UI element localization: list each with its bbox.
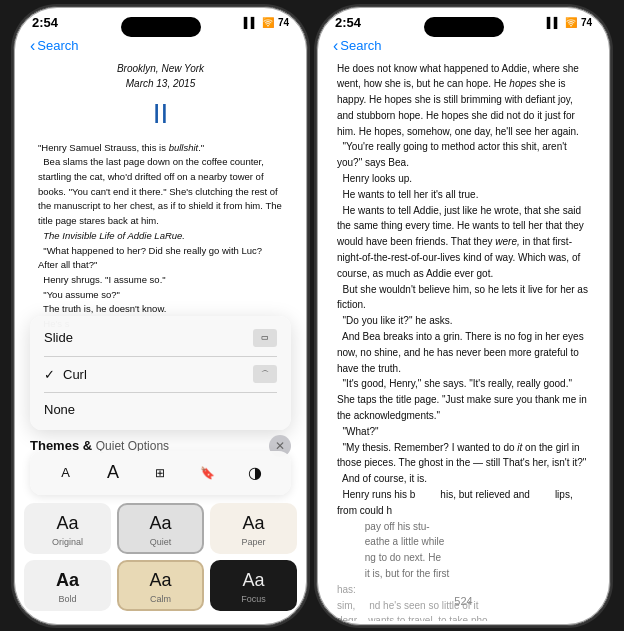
theme-calm-label: Aa bbox=[149, 570, 171, 591]
theme-calm-name: Calm bbox=[150, 594, 171, 604]
curl-icon: ⌒ bbox=[253, 365, 277, 383]
para-1: He does not know what happened to Addie,… bbox=[337, 61, 590, 140]
dynamic-island-left bbox=[121, 17, 201, 37]
theme-bold[interactable]: Aa Bold bbox=[24, 560, 111, 611]
book-location: Brooklyn, New YorkMarch 13, 2015 bbox=[38, 61, 283, 91]
status-icons-left: ▌▌ 🛜 74 bbox=[244, 17, 289, 28]
signal-icon-right: ▌▌ bbox=[547, 17, 561, 28]
signal-icon: ▌▌ bbox=[244, 17, 258, 28]
book-chapter: II bbox=[38, 93, 283, 135]
reading-toolbar: A A ⊞ 🔖 ◑ bbox=[30, 451, 291, 495]
theme-quiet-name: Quiet bbox=[150, 537, 172, 547]
none-label: None bbox=[44, 402, 75, 417]
para-13: Henry runs his b his, but relieved and l… bbox=[337, 487, 590, 519]
bookmark-icon: 🔖 bbox=[200, 466, 215, 480]
para-6: But she wouldn't believe him, so he lets… bbox=[337, 282, 590, 314]
back-chevron-icon: ‹ bbox=[30, 37, 35, 55]
dynamic-island-right bbox=[424, 17, 504, 37]
para-12: And of course, it is. bbox=[337, 471, 590, 487]
theme-quiet-label: Aa bbox=[149, 513, 171, 534]
font-small-label: A bbox=[61, 465, 70, 480]
display-button[interactable]: ◑ bbox=[239, 459, 271, 487]
para-5: He wants to tell Addie, just like he wro… bbox=[337, 203, 590, 282]
theme-focus-label: Aa bbox=[242, 570, 264, 591]
theme-focus[interactable]: Aa Focus bbox=[210, 560, 297, 611]
right-phone: 2:54 ▌▌ 🛜 74 ‹ Search He does not know w… bbox=[316, 6, 611, 626]
font-large-label: A bbox=[107, 462, 119, 483]
theme-calm[interactable]: Aa Calm bbox=[117, 560, 204, 611]
para-9: "It's good, Henry," she says. "It's real… bbox=[337, 376, 590, 423]
curl-label: Curl bbox=[55, 367, 253, 382]
theme-bold-name: Bold bbox=[58, 594, 76, 604]
para-2: "You're really going to method actor thi… bbox=[337, 139, 590, 171]
para-10: "What?" bbox=[337, 424, 590, 440]
bookmark-button[interactable]: 🔖 bbox=[192, 459, 224, 487]
format-icon: ⊞ bbox=[155, 466, 165, 480]
theme-paper-label: Aa bbox=[242, 513, 264, 534]
check-mark: ✓ bbox=[44, 367, 55, 382]
theme-original-label: Aa bbox=[56, 513, 78, 534]
wifi-icon-right: 🛜 bbox=[565, 17, 577, 28]
transition-slide[interactable]: Slide ▭ bbox=[30, 320, 291, 356]
theme-focus-name: Focus bbox=[241, 594, 266, 604]
theme-bold-label: Aa bbox=[56, 570, 79, 591]
para-3: Henry looks up. bbox=[337, 171, 590, 187]
battery-icon-right: 74 bbox=[581, 17, 592, 28]
font-small-button[interactable]: A bbox=[50, 459, 82, 487]
theme-paper[interactable]: Aa Paper bbox=[210, 503, 297, 554]
para-7: "Do you like it?" he asks. bbox=[337, 313, 590, 329]
display-icon: ◑ bbox=[248, 463, 262, 482]
transition-menu: Slide ▭ ✓ Curl ⌒ None bbox=[30, 316, 291, 430]
theme-original-name: Original bbox=[52, 537, 83, 547]
slide-label: Slide bbox=[44, 330, 73, 345]
time-left: 2:54 bbox=[32, 15, 58, 30]
theme-quiet[interactable]: Aa Quiet bbox=[117, 503, 204, 554]
nav-bar-left: ‹ Search bbox=[14, 35, 307, 61]
back-chevron-icon-right: ‹ bbox=[333, 37, 338, 55]
para-14: pay off his stu- eathe a little while ng… bbox=[337, 519, 590, 582]
status-icons-right: ▌▌ 🛜 74 bbox=[547, 17, 592, 28]
transition-curl[interactable]: ✓ Curl ⌒ bbox=[30, 356, 291, 392]
book-text: "Henry Samuel Strauss, this is bullshit.… bbox=[38, 141, 283, 332]
back-label-left: Search bbox=[37, 38, 78, 53]
theme-original[interactable]: Aa Original bbox=[24, 503, 111, 554]
font-large-button[interactable]: A bbox=[97, 459, 129, 487]
para-11: "My thesis. Remember? I wanted to do it … bbox=[337, 440, 590, 472]
back-label-right: Search bbox=[340, 38, 381, 53]
format-button[interactable]: ⊞ bbox=[144, 459, 176, 487]
para-4: He wants to tell her it's all true. bbox=[337, 187, 590, 203]
back-button-left[interactable]: ‹ Search bbox=[30, 37, 79, 55]
time-right: 2:54 bbox=[335, 15, 361, 30]
wifi-icon: 🛜 bbox=[262, 17, 274, 28]
theme-grid: Aa Original Aa Quiet Aa Paper Aa Bold Aa… bbox=[24, 503, 297, 611]
back-button-right[interactable]: ‹ Search bbox=[333, 37, 382, 55]
nav-bar-right: ‹ Search bbox=[317, 35, 610, 61]
transition-none[interactable]: None bbox=[30, 393, 291, 426]
left-phone: 2:54 ▌▌ 🛜 74 ‹ Search Brooklyn, New York… bbox=[13, 6, 308, 626]
page-number: 524 bbox=[317, 595, 610, 607]
reading-content: He does not know what happened to Addie,… bbox=[317, 61, 610, 621]
battery-icon: 74 bbox=[278, 17, 289, 28]
slide-icon: ▭ bbox=[253, 329, 277, 347]
theme-paper-name: Paper bbox=[241, 537, 265, 547]
para-8: And Bea breaks into a grin. There is no … bbox=[337, 329, 590, 376]
